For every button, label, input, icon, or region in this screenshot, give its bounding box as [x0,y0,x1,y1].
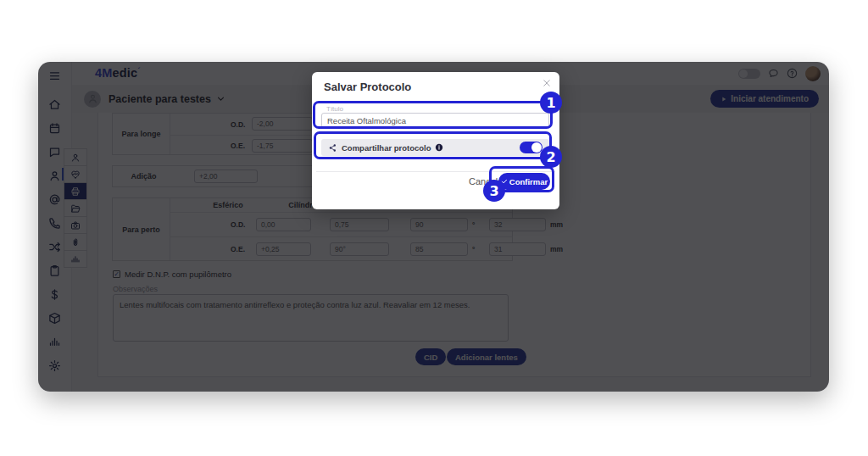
title-input[interactable] [321,113,549,128]
share-protocol-label: Compartilhar protocolo [342,143,431,153]
step-badge-2: 2 [540,146,562,168]
close-icon[interactable] [542,78,552,88]
share-toggle[interactable] [520,142,542,153]
save-protocol-modal: Salvar Protocolo Título Compartilhar pro… [312,72,559,209]
share-protocol-row: Compartilhar protocolo [321,139,549,156]
step-badge-3: 3 [483,180,505,202]
step-badge-1: 1 [540,92,562,114]
confirm-button[interactable]: Confirmar [498,173,550,190]
modal-title: Salvar Protocolo [324,81,411,93]
modal-divider [316,171,555,172]
title-field-label: Título [326,105,343,113]
share-icon [328,143,337,153]
confirm-label: Confirmar [509,177,548,186]
info-icon[interactable] [435,143,443,152]
